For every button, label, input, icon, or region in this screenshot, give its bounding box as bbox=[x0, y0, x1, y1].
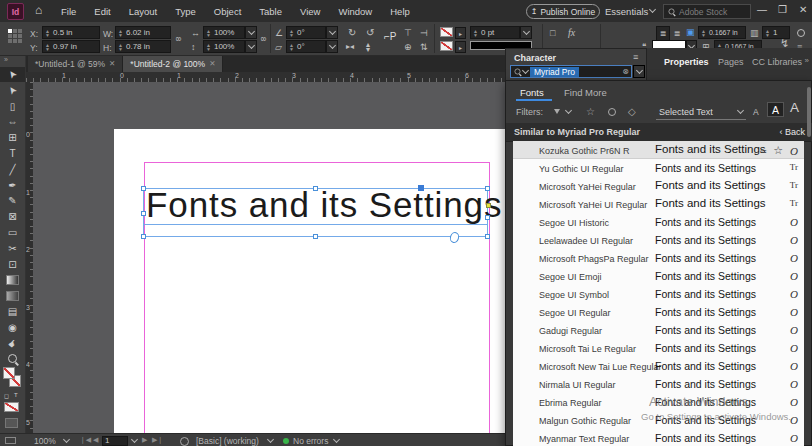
align-side-icon[interactable]: ⊣ bbox=[420, 29, 428, 38]
recent-filter-icon[interactable] bbox=[608, 108, 616, 116]
page-tool[interactable]: ▯ bbox=[0, 99, 25, 114]
align-left-button[interactable]: ≣ bbox=[656, 26, 670, 41]
first-page-button[interactable]: ❘◀ bbox=[80, 436, 91, 444]
truetype-icon[interactable]: Tr bbox=[790, 198, 798, 208]
preview-size-medium[interactable]: A bbox=[767, 102, 784, 117]
font-list-item[interactable]: Segoe UI SymbolFonts and its SettingsO bbox=[513, 285, 804, 303]
selection-scope-dropdown[interactable]: Selected Text bbox=[659, 107, 713, 117]
frame-rotate-handle[interactable] bbox=[418, 185, 424, 191]
opentype-icon[interactable]: O bbox=[790, 234, 798, 246]
font-list-item[interactable]: Yu Gothic UI RegularFonts and its Settin… bbox=[513, 159, 804, 177]
vertical-ruler[interactable]: 012345 bbox=[25, 82, 33, 433]
clear-search-icon[interactable]: ⊗ bbox=[622, 67, 629, 76]
zoom-level[interactable]: 100% bbox=[34, 436, 56, 446]
restore-button[interactable]: ❐ bbox=[778, 4, 787, 15]
preview-size-large[interactable]: A bbox=[790, 100, 799, 115]
dock-tab-cc-libraries[interactable]: CC Libraries bbox=[752, 57, 802, 67]
font-list-item[interactable]: Malgun Gothic RegularFonts and its Setti… bbox=[513, 411, 804, 429]
menu-table[interactable]: Table bbox=[250, 6, 291, 17]
menu-edit[interactable]: Edit bbox=[85, 6, 119, 17]
frame-handle-br[interactable] bbox=[485, 234, 490, 239]
menu-view[interactable]: View bbox=[291, 6, 329, 17]
frame-corner-yellow-handle[interactable] bbox=[486, 203, 491, 208]
font-list-item[interactable]: Nirmala UI RegularFonts and its Settings… bbox=[513, 375, 804, 393]
x-field[interactable]: ▲▼0.5 in bbox=[42, 26, 100, 39]
effects-icon[interactable]: fx bbox=[568, 28, 575, 38]
tab-find-more[interactable]: Find More bbox=[564, 87, 607, 98]
select-container-icon[interactable]: ⌐P bbox=[384, 32, 397, 42]
font-list-item[interactable]: Segoe UI RegularFonts and its SettingsO bbox=[513, 303, 804, 321]
gear-icon[interactable] bbox=[797, 29, 805, 37]
font-list-item[interactable]: Leelawadee UI RegularFonts and its Setti… bbox=[513, 231, 804, 249]
close-tab-icon[interactable]: ✕ bbox=[209, 59, 215, 68]
document-tab-2[interactable]: *Untitled-2 @ 100%✕ bbox=[123, 55, 223, 72]
menu-window[interactable]: Window bbox=[329, 6, 381, 17]
direct-selection-tool[interactable]: ➤ bbox=[0, 83, 25, 98]
hand-tool[interactable]: ☛ bbox=[0, 336, 25, 351]
frame-handle-ml[interactable] bbox=[141, 211, 146, 216]
constrain-dimensions-icon[interactable]: 8 bbox=[174, 37, 182, 41]
stroke-swatch[interactable] bbox=[440, 41, 453, 51]
dock-tab-pages[interactable]: Pages bbox=[718, 57, 744, 67]
tab-fonts[interactable]: Fonts bbox=[520, 87, 544, 98]
type-tool[interactable]: T bbox=[0, 146, 25, 161]
opentype-icon[interactable]: O bbox=[790, 432, 798, 444]
filter-icon[interactable] bbox=[554, 109, 560, 114]
scrollbar-thumb[interactable] bbox=[807, 87, 811, 137]
formatting-container-icon[interactable]: ◻ bbox=[4, 392, 9, 399]
workspace-switcher[interactable]: Essentials bbox=[605, 6, 648, 17]
menu-layout[interactable]: Layout bbox=[120, 6, 167, 17]
rotate-ccw-icon[interactable]: ↺ bbox=[366, 28, 374, 38]
frame-handle-tm[interactable] bbox=[313, 186, 318, 191]
scale-y-dropdown[interactable] bbox=[245, 40, 257, 53]
stroke-weight-dropdown[interactable] bbox=[520, 26, 532, 39]
fill-swatch[interactable] bbox=[440, 27, 453, 37]
align-center-button[interactable]: ≣ bbox=[670, 26, 684, 41]
height-field[interactable]: ▲▼0.78 in bbox=[115, 40, 171, 53]
align-top-icon[interactable]: ⊤ bbox=[404, 29, 412, 38]
menu-object[interactable]: Object bbox=[205, 6, 250, 17]
close-button[interactable]: ✕ bbox=[799, 4, 807, 15]
line-tool[interactable]: ╱ bbox=[0, 162, 25, 177]
screen-mode-button[interactable] bbox=[5, 418, 18, 428]
width-field[interactable]: ▲▼6.02 in bbox=[115, 26, 171, 39]
free-transform-tool[interactable]: ⊡ bbox=[0, 257, 25, 272]
font-list-item[interactable]: Microsoft YaHei RegularFonts and its Set… bbox=[513, 177, 804, 195]
page-number-field[interactable]: 1 bbox=[102, 436, 128, 446]
opentype-icon[interactable]: O bbox=[790, 145, 798, 157]
fill-flyout[interactable]: ▸ bbox=[455, 27, 466, 39]
stroke-flyout[interactable]: ▸ bbox=[455, 41, 466, 53]
flip-vertical-icon[interactable]: ▴▾ bbox=[366, 42, 370, 52]
frame-handle-bm[interactable] bbox=[313, 234, 318, 239]
pen-tool[interactable]: ✒ bbox=[0, 178, 25, 193]
shear-field[interactable]: ▲▼0° bbox=[286, 40, 326, 53]
corner-options-icon[interactable]: □ bbox=[550, 29, 555, 38]
opentype-icon[interactable]: O bbox=[790, 396, 798, 408]
frame-handle-tl[interactable] bbox=[141, 186, 146, 191]
rotation-field[interactable]: ▲▼0° bbox=[286, 26, 326, 39]
last-page-button[interactable]: ▶❘ bbox=[152, 436, 163, 444]
note-tool[interactable]: ▤ bbox=[0, 304, 25, 319]
font-list-item[interactable]: Microsoft PhagsPa RegularFonts and its S… bbox=[513, 249, 804, 267]
preview-mode-icon[interactable] bbox=[5, 437, 16, 444]
y-field[interactable]: ▲▼0.97 in bbox=[42, 40, 100, 53]
apply-none-swatch[interactable] bbox=[4, 402, 19, 412]
font-list-item[interactable]: Microsoft YaHei UI RegularFonts and its … bbox=[513, 195, 804, 213]
baseline-shift-icon[interactable]: ⇅ bbox=[420, 43, 428, 52]
menu-type[interactable]: Type bbox=[166, 6, 205, 17]
rotate-cw-icon[interactable]: ↻ bbox=[348, 28, 356, 38]
opentype-icon[interactable]: O bbox=[790, 342, 798, 354]
selection-tool[interactable]: ➤ bbox=[0, 67, 25, 82]
gradient-swatch-tool[interactable] bbox=[0, 272, 25, 287]
font-list-item[interactable]: Ebrima RegularFonts and its SettingsO bbox=[513, 393, 804, 411]
favorite-icon[interactable]: ☆ bbox=[773, 144, 783, 157]
font-list-item[interactable]: Myanmar Text RegularFonts and its Settin… bbox=[513, 429, 804, 446]
rectangle-frame-tool[interactable]: ⊠ bbox=[0, 209, 25, 224]
scale-x-field[interactable]: ▲▼100% bbox=[203, 26, 245, 39]
font-list-item[interactable]: Microsoft New Tai Lue RegularFonts and i… bbox=[513, 357, 804, 375]
inset-field[interactable]: ▲▼0.1667 in bbox=[698, 26, 746, 39]
text-frame-options-icon[interactable]: ▣ bbox=[686, 28, 695, 37]
character-panel-title[interactable]: Character bbox=[514, 53, 556, 63]
zoom-tool[interactable] bbox=[0, 351, 25, 366]
shear-dropdown[interactable] bbox=[326, 40, 338, 53]
